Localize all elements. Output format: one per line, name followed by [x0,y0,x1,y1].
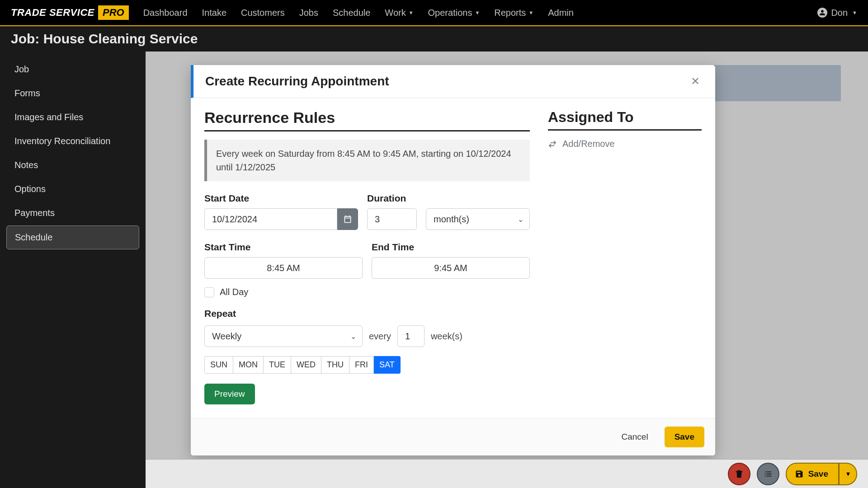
start-time-label: Start Time [204,242,363,253]
nav-reports[interactable]: Reports▼ [494,8,533,18]
top-navbar: TRADE SERVICE PRO DashboardIntakeCustome… [0,0,868,26]
every-text: every [369,331,391,342]
chevron-down-icon: ▾ [846,469,850,478]
sidebar-item-forms[interactable]: Forms [6,82,139,105]
close-icon: ✕ [691,75,700,87]
add-remove-label: Add/Remove [562,139,615,149]
end-time-input[interactable] [372,257,530,279]
sidebar-item-job[interactable]: Job [6,58,139,81]
user-menu[interactable]: Don ▼ [817,8,857,18]
page-title: Job: House Cleaning Service [11,31,198,47]
modal-title: Create Recurring Appointment [205,74,389,89]
content-area: Create Recurring Appointment ✕ Recurrenc… [146,52,868,488]
modal-header: Create Recurring Appointment ✕ [191,65,715,98]
list-icon [763,469,773,479]
user-name: Don [831,8,848,18]
nav-work[interactable]: Work▼ [385,8,413,18]
nav-intake[interactable]: Intake [202,8,226,18]
day-toggle-sat[interactable]: SAT [374,356,401,374]
start-time-input[interactable] [204,257,363,279]
weeks-text: week(s) [431,331,462,342]
chevron-down-icon: ▼ [852,10,857,15]
recurrence-section-title: Recurrence Rules [204,109,530,131]
duration-label: Duration [367,193,417,204]
start-date-label: Start Date [204,193,358,204]
day-toggle-thu[interactable]: THU [321,356,349,374]
brand-text: TRADE SERVICE [11,7,94,19]
trash-icon [734,469,744,479]
sidebar-item-images-and-files[interactable]: Images and Files [6,106,139,129]
assigned-column: Assigned To Add/Remove [548,109,702,404]
repeat-label: Repeat [204,308,530,319]
all-day-label: All Day [220,287,248,297]
day-toggle-tue[interactable]: TUE [264,356,291,374]
sidebar-item-schedule[interactable]: Schedule [6,225,139,249]
sidebar-item-payments[interactable]: Payments [6,202,139,225]
chevron-down-icon: ▼ [528,10,533,15]
list-button[interactable] [757,463,779,485]
preview-button[interactable]: Preview [204,384,255,404]
bottom-save-dropdown[interactable]: ▾ [839,463,857,485]
sidebar: JobFormsImages and FilesInventory Reconc… [0,52,146,488]
bottom-action-bar: Save ▾ [146,459,868,488]
sidebar-item-options[interactable]: Options [6,178,139,201]
end-time-label: End Time [372,242,530,253]
close-button[interactable]: ✕ [687,75,703,88]
nav-schedule[interactable]: Schedule [333,8,370,18]
sidebar-item-inventory-reconciliation[interactable]: Inventory Reconciliation [6,130,139,153]
sidebar-item-notes[interactable]: Notes [6,154,139,177]
bottom-save-label: Save [808,469,828,479]
add-remove-assignee[interactable]: Add/Remove [548,139,702,149]
brand-logo: TRADE SERVICE PRO [11,5,129,20]
nav-jobs[interactable]: Jobs [299,8,318,18]
day-toggle-wed[interactable]: WED [291,356,321,374]
calendar-button[interactable] [337,208,358,230]
repeat-interval-input[interactable] [397,325,425,347]
recurrence-summary: Every week on Saturday from 8:45 AM to 9… [204,140,530,181]
swap-icon [548,140,557,149]
chevron-down-icon: ▼ [409,10,414,15]
nav-operations[interactable]: Operations▼ [428,8,480,18]
duration-amount-input[interactable] [367,208,417,230]
cancel-button[interactable]: Cancel [611,427,658,447]
nav-dashboard[interactable]: Dashboard [143,8,188,18]
user-icon [817,8,827,18]
nav-customers[interactable]: Customers [241,8,285,18]
all-day-checkbox[interactable] [204,287,214,297]
day-toggle-mon[interactable]: MON [233,356,264,374]
day-toggle-fri[interactable]: FRI [349,356,374,374]
start-date-input[interactable] [204,208,337,230]
brand-pro-badge: PRO [98,5,129,20]
calendar-icon [343,215,352,224]
repeat-type-select[interactable] [204,325,363,347]
save-button[interactable]: Save [665,427,704,447]
delete-button[interactable] [728,463,750,485]
bottom-save-button[interactable]: Save [786,463,839,485]
nav-links: DashboardIntakeCustomersJobsScheduleWork… [143,8,574,18]
duration-unit-select[interactable] [426,208,530,230]
nav-admin[interactable]: Admin [548,8,574,18]
chevron-down-icon: ▼ [475,10,480,15]
assigned-section-title: Assigned To [548,109,702,131]
modal-footer: Cancel Save [191,418,715,455]
day-toggle-sun[interactable]: SUN [204,356,233,374]
day-toggle-group: SUNMONTUEWEDTHUFRISAT [204,356,530,374]
save-icon [795,469,804,479]
recurrence-column: Recurrence Rules Every week on Saturday … [204,109,530,404]
page-title-bar: Job: House Cleaning Service [0,26,868,52]
recurring-appointment-modal: Create Recurring Appointment ✕ Recurrenc… [191,65,715,455]
